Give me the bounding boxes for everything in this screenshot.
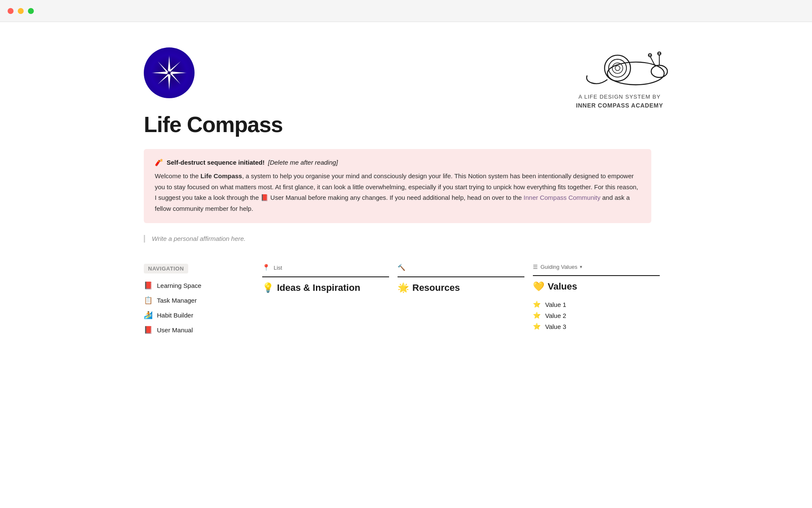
hero-icon bbox=[144, 47, 195, 98]
value-label-2: Value 2 bbox=[545, 312, 566, 319]
svg-marker-20 bbox=[169, 61, 181, 73]
ideas-emoji: 💡 bbox=[262, 282, 274, 293]
nav-columns: Navigation 📕 Learning Space 📋 Task Manag… bbox=[144, 264, 668, 335]
close-button[interactable] bbox=[8, 8, 14, 14]
nav-item-label: Task Manager bbox=[157, 297, 197, 304]
star-icon-3: ⭐ bbox=[533, 323, 541, 330]
svg-point-10 bbox=[649, 55, 650, 56]
bomb-icon: 🧨 bbox=[155, 158, 163, 166]
nav-item-user-manual[interactable]: 📕 User Manual bbox=[144, 325, 254, 335]
brand-logo: A LIFE DESIGN SYSTEM BY INNER COMPASS AC… bbox=[571, 39, 668, 110]
ideas-divider bbox=[262, 273, 389, 277]
learning-space-icon: 📕 bbox=[144, 281, 153, 290]
affirmation-block: Write a personal affirmation here. bbox=[144, 235, 668, 243]
affirmation-text: Write a personal affirmation here. bbox=[152, 235, 246, 242]
navigation-header: Navigation bbox=[144, 264, 188, 273]
guiding-values-label: Guiding Values bbox=[540, 264, 577, 270]
pin-icon: 📍 bbox=[262, 264, 270, 271]
user-manual-icon: 📕 bbox=[144, 326, 153, 334]
minimize-button[interactable] bbox=[18, 8, 24, 14]
info-box-header: 🧨 Self-destruct sequence initiated! [Del… bbox=[155, 158, 640, 166]
values-emoji: 💛 bbox=[533, 281, 544, 292]
svg-marker-21 bbox=[158, 73, 169, 84]
logo-tagline: A LIFE DESIGN SYSTEM BY INNER COMPASS AC… bbox=[571, 93, 668, 110]
ideas-inspiration-column: 📍 List 💡 Ideas & Inspiration bbox=[262, 264, 398, 302]
svg-point-4 bbox=[615, 66, 620, 71]
values-item-3[interactable]: ⭐ Value 3 bbox=[533, 323, 660, 330]
nav-item-task-manager[interactable]: 📋 Task Manager bbox=[144, 295, 254, 306]
star-icon-1: ⭐ bbox=[533, 301, 541, 308]
guiding-values-header[interactable]: ☰ Guiding Values ▾ bbox=[533, 264, 660, 270]
hammer-icon: 🔨 bbox=[398, 264, 406, 271]
values-divider bbox=[533, 272, 660, 276]
svg-point-13 bbox=[659, 53, 661, 54]
chevron-down-icon: ▾ bbox=[580, 264, 582, 270]
resources-emoji: 🌟 bbox=[398, 282, 409, 293]
nav-list: 📕 Learning Space 📋 Task Manager 🏄 Habit … bbox=[144, 280, 254, 335]
info-box: 🧨 Self-destruct sequence initiated! [Del… bbox=[144, 149, 651, 223]
svg-point-11 bbox=[650, 55, 651, 56]
list-icon: ☰ bbox=[533, 264, 538, 270]
resources-divider bbox=[398, 273, 524, 277]
svg-marker-18 bbox=[158, 61, 169, 73]
resources-col-header: 🔨 bbox=[398, 264, 524, 271]
star-icon-2: ⭐ bbox=[533, 312, 541, 319]
nav-item-label: User Manual bbox=[157, 326, 193, 334]
values-item-1[interactable]: ⭐ Value 1 bbox=[533, 301, 660, 308]
ideas-col-header-label: List bbox=[274, 265, 282, 271]
svg-point-12 bbox=[658, 53, 659, 54]
nav-item-label: Habit Builder bbox=[157, 312, 193, 319]
page-content: A LIFE DESIGN SYSTEM BY INNER COMPASS AC… bbox=[110, 22, 702, 369]
values-section-title: 💛 Values bbox=[533, 281, 660, 292]
resources-column: 🔨 🌟 Resources bbox=[398, 264, 533, 302]
resources-section-title: 🌟 Resources bbox=[398, 282, 524, 293]
svg-marker-19 bbox=[169, 73, 181, 84]
page-title: Life Compass bbox=[144, 112, 668, 137]
info-box-body: Welcome to the Life Compass, a system to… bbox=[155, 171, 640, 214]
maximize-button[interactable] bbox=[28, 8, 34, 14]
nav-item-learning-space[interactable]: 📕 Learning Space bbox=[144, 280, 254, 291]
values-item-2[interactable]: ⭐ Value 2 bbox=[533, 312, 660, 319]
value-label-3: Value 3 bbox=[545, 323, 566, 330]
navigation-column: Navigation 📕 Learning Space 📋 Task Manag… bbox=[144, 264, 262, 335]
ideas-section-title: 💡 Ideas & Inspiration bbox=[262, 282, 389, 293]
task-manager-icon: 📋 bbox=[144, 296, 153, 305]
value-label-1: Value 1 bbox=[545, 301, 566, 308]
nav-item-habit-builder[interactable]: 🏄 Habit Builder bbox=[144, 310, 254, 320]
habit-builder-icon: 🏄 bbox=[144, 311, 153, 320]
values-list: ⭐ Value 1 ⭐ Value 2 ⭐ Value 3 bbox=[533, 301, 660, 330]
values-column: ☰ Guiding Values ▾ 💛 Values ⭐ Value 1 ⭐ … bbox=[533, 264, 668, 330]
titlebar bbox=[0, 0, 812, 22]
nav-item-label: Learning Space bbox=[157, 282, 201, 289]
ideas-col-header: 📍 List bbox=[262, 264, 389, 271]
community-link[interactable]: Inner Compass Community bbox=[524, 194, 601, 201]
